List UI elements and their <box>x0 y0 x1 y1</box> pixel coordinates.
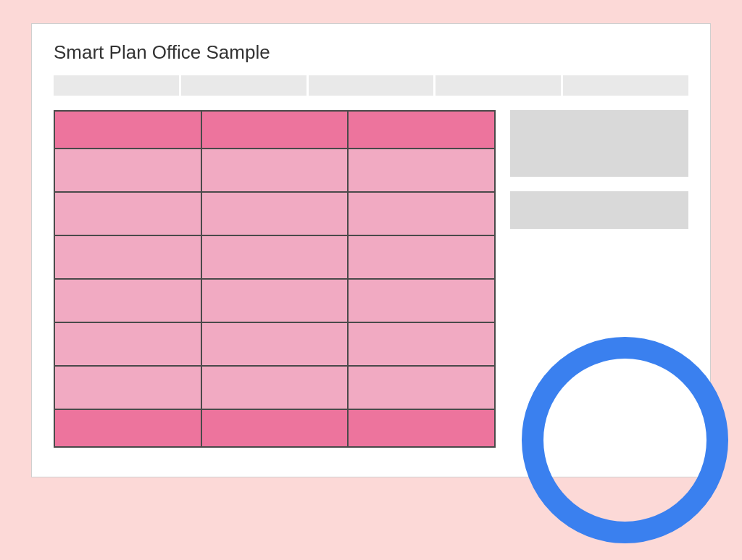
table-cell <box>201 149 349 192</box>
circle-annotation-icon <box>522 337 728 543</box>
table-cell <box>348 235 495 279</box>
table-header-cell <box>201 111 349 149</box>
data-table <box>54 110 496 448</box>
table-cell <box>54 366 201 409</box>
table-cell <box>201 235 349 279</box>
table-cell <box>201 322 349 366</box>
table-row <box>54 192 495 235</box>
nav-tab[interactable] <box>181 75 307 96</box>
table-cell <box>54 279 201 322</box>
table-cell <box>201 192 349 235</box>
table-row <box>54 366 495 409</box>
table-cell <box>54 235 201 279</box>
nav-tabs-row <box>54 75 688 96</box>
table-header-cell <box>348 111 495 149</box>
table-footer-cell <box>348 409 495 447</box>
nav-tab[interactable] <box>54 75 179 96</box>
table-cell <box>348 322 495 366</box>
table-cell <box>348 192 495 235</box>
table-cell <box>201 279 349 322</box>
nav-tab[interactable] <box>309 75 434 96</box>
table-header-row <box>54 111 495 149</box>
table-footer-cell <box>201 409 349 447</box>
table-cell <box>54 322 201 366</box>
table-footer-row <box>54 409 495 447</box>
nav-tab[interactable] <box>435 75 561 96</box>
sidebar-box <box>510 110 688 177</box>
sidebar-box <box>510 191 688 229</box>
table-row <box>54 279 495 322</box>
page-title: Smart Plan Office Sample <box>54 41 688 64</box>
table-cell <box>348 366 495 409</box>
nav-tab[interactable] <box>563 75 688 96</box>
table-row <box>54 149 495 192</box>
table-footer-cell <box>54 409 201 447</box>
table-cell <box>201 366 349 409</box>
table-cell <box>348 149 495 192</box>
table-row <box>54 322 495 366</box>
table-cell <box>348 279 495 322</box>
table-cell <box>54 149 201 192</box>
table-cell <box>54 192 201 235</box>
table-row <box>54 235 495 279</box>
table-header-cell <box>54 111 201 149</box>
